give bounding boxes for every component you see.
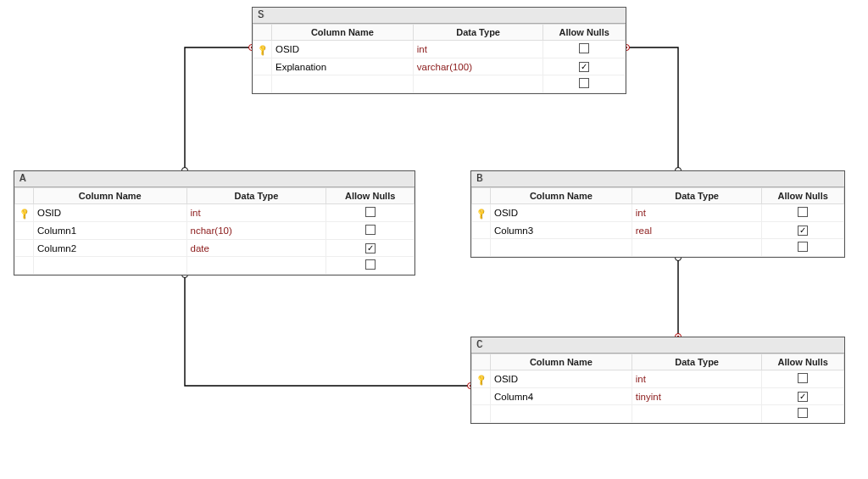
allow-nulls-cell[interactable]: ✓ xyxy=(762,388,844,405)
checkbox-icon[interactable] xyxy=(365,225,376,235)
entity-title: S xyxy=(253,8,626,24)
allow-nulls-cell[interactable] xyxy=(326,204,415,222)
entity-b[interactable]: B Column Name Data Type Allow Nulls 🔑OSI… xyxy=(470,170,845,258)
allow-nulls-cell[interactable] xyxy=(543,41,626,58)
column-name-cell[interactable]: Column2 xyxy=(34,240,187,257)
pk-cell: 🔑 xyxy=(15,204,34,222)
table-row[interactable] xyxy=(472,239,844,257)
column-name-cell[interactable]: Column4 xyxy=(491,388,632,405)
data-type-cell[interactable]: tinyint xyxy=(632,388,762,405)
checkbox-icon[interactable]: ✓ xyxy=(798,226,808,236)
data-type-cell[interactable] xyxy=(413,75,543,93)
col-header-name: Column Name xyxy=(272,25,414,41)
allow-nulls-cell[interactable] xyxy=(326,257,415,275)
entity-s[interactable]: S Column Name Data Type Allow Nulls 🔑OSI… xyxy=(252,7,626,94)
allow-nulls-cell[interactable] xyxy=(762,204,844,222)
table-row[interactable]: Column4tinyint✓ xyxy=(472,388,844,405)
pk-cell xyxy=(15,222,34,240)
column-name-cell[interactable]: Column1 xyxy=(34,222,187,240)
data-type-cell[interactable]: int xyxy=(186,204,326,222)
pk-cell: 🔑 xyxy=(253,41,272,58)
checkbox-icon[interactable] xyxy=(798,373,808,383)
checkbox-icon[interactable] xyxy=(365,259,376,270)
data-type-cell[interactable]: int xyxy=(413,41,543,58)
entity-columns-table: Column Name Data Type Allow Nulls 🔑OSIDi… xyxy=(14,187,415,275)
column-name-cell[interactable] xyxy=(34,257,187,275)
table-row[interactable]: Column1nchar(10) xyxy=(15,222,415,240)
column-name-cell[interactable]: OSID xyxy=(34,204,187,222)
data-type-cell[interactable]: varchar(100) xyxy=(413,58,543,75)
entity-columns-table: Column Name Data Type Allow Nulls 🔑OSIDi… xyxy=(471,354,844,423)
col-header-nulls: Allow Nulls xyxy=(543,25,626,41)
table-row[interactable]: 🔑OSIDint xyxy=(472,204,844,222)
table-row[interactable]: 🔑OSIDint xyxy=(15,204,415,222)
checkbox-icon[interactable]: ✓ xyxy=(579,62,589,72)
allow-nulls-cell[interactable] xyxy=(543,75,626,93)
data-type-cell[interactable]: int xyxy=(632,370,762,388)
pk-cell xyxy=(472,222,491,239)
table-row[interactable] xyxy=(472,405,844,423)
table-row[interactable]: 🔑OSIDint xyxy=(253,41,626,58)
checkbox-icon[interactable] xyxy=(579,78,589,88)
col-header-name: Column Name xyxy=(34,188,187,204)
data-type-cell[interactable] xyxy=(632,239,762,257)
allow-nulls-cell[interactable] xyxy=(326,222,415,240)
pk-cell xyxy=(472,239,491,257)
pk-cell xyxy=(15,240,34,257)
checkbox-icon[interactable] xyxy=(579,43,589,53)
col-header-nulls: Allow Nulls xyxy=(326,188,415,204)
table-row[interactable] xyxy=(253,75,626,93)
entity-title: B xyxy=(471,171,844,187)
allow-nulls-cell[interactable] xyxy=(762,370,844,388)
column-name-cell[interactable]: Explanation xyxy=(272,58,414,75)
table-row[interactable]: Column2date✓ xyxy=(15,240,415,257)
column-name-cell[interactable]: OSID xyxy=(491,370,632,388)
key-icon: 🔑 xyxy=(475,374,487,387)
column-name-cell[interactable]: OSID xyxy=(491,204,632,222)
column-name-cell[interactable]: OSID xyxy=(272,41,414,58)
table-row[interactable]: 🔑OSIDint xyxy=(472,370,844,388)
pk-cell xyxy=(15,257,34,275)
allow-nulls-cell[interactable] xyxy=(762,405,844,423)
allow-nulls-cell[interactable]: ✓ xyxy=(326,240,415,257)
data-type-cell[interactable]: nchar(10) xyxy=(186,222,326,240)
checkbox-icon[interactable]: ✓ xyxy=(798,392,808,402)
data-type-cell[interactable]: date xyxy=(186,240,326,257)
data-type-cell[interactable]: real xyxy=(632,222,762,239)
col-header-type: Data Type xyxy=(632,354,762,370)
data-type-cell[interactable]: int xyxy=(632,204,762,222)
entity-title: A xyxy=(14,171,415,187)
table-row[interactable] xyxy=(15,257,415,275)
table-row[interactable]: Explanationvarchar(100)✓ xyxy=(253,58,626,75)
allow-nulls-cell[interactable] xyxy=(762,239,844,257)
pk-cell: 🔑 xyxy=(472,370,491,388)
col-header-type: Data Type xyxy=(186,188,326,204)
entity-columns-table: Column Name Data Type Allow Nulls 🔑OSIDi… xyxy=(253,24,626,93)
data-type-cell[interactable] xyxy=(186,257,326,275)
checkbox-icon[interactable]: ✓ xyxy=(365,243,376,253)
entity-title: C xyxy=(471,337,844,354)
pk-cell xyxy=(472,388,491,405)
checkbox-icon[interactable] xyxy=(365,207,376,217)
col-header-type: Data Type xyxy=(413,25,543,41)
key-icon: 🔑 xyxy=(475,208,487,220)
column-name-cell[interactable] xyxy=(491,405,632,423)
data-type-cell[interactable] xyxy=(632,405,762,423)
entity-c[interactable]: C Column Name Data Type Allow Nulls 🔑OSI… xyxy=(470,337,845,424)
column-name-cell[interactable] xyxy=(491,239,632,257)
key-icon: 🔑 xyxy=(256,44,269,57)
allow-nulls-cell[interactable]: ✓ xyxy=(762,222,844,239)
allow-nulls-cell[interactable]: ✓ xyxy=(543,58,626,75)
checkbox-icon[interactable] xyxy=(798,207,808,217)
col-header-name: Column Name xyxy=(491,188,632,204)
table-row[interactable]: Column3real✓ xyxy=(472,222,844,239)
checkbox-icon[interactable] xyxy=(798,408,808,418)
column-name-cell[interactable] xyxy=(272,75,414,93)
col-header-name: Column Name xyxy=(491,354,632,370)
pk-cell xyxy=(253,58,272,75)
column-name-cell[interactable]: Column3 xyxy=(491,222,632,239)
checkbox-icon[interactable] xyxy=(798,242,808,252)
entity-columns-table: Column Name Data Type Allow Nulls 🔑OSIDi… xyxy=(471,187,844,257)
col-header-type: Data Type xyxy=(632,188,762,204)
entity-a[interactable]: A Column Name Data Type Allow Nulls 🔑OSI… xyxy=(14,170,415,276)
